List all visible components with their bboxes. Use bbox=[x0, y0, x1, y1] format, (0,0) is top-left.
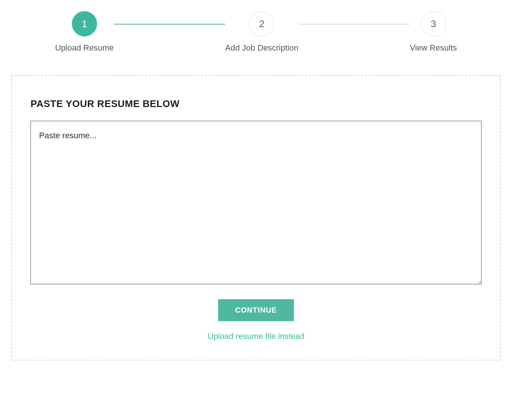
step-circle-2: 2 bbox=[249, 11, 274, 36]
step-label-3: View Results bbox=[410, 43, 457, 53]
stepper: 1 Upload Resume 2 Add Job Description 3 … bbox=[55, 7, 457, 53]
step-upload-resume[interactable]: 1 Upload Resume bbox=[55, 11, 114, 53]
continue-button[interactable]: CONTINUE bbox=[218, 299, 294, 321]
step-circle-1: 1 bbox=[72, 11, 97, 36]
step-add-job-description[interactable]: 2 Add Job Description bbox=[225, 11, 298, 53]
step-connector-1-2 bbox=[114, 24, 225, 25]
resume-paste-panel: PASTE YOUR RESUME BELOW CONTINUE Upload … bbox=[11, 75, 501, 361]
step-circle-3: 3 bbox=[421, 11, 446, 36]
step-label-2: Add Job Description bbox=[225, 43, 298, 53]
panel-heading: PASTE YOUR RESUME BELOW bbox=[31, 98, 481, 110]
step-label-1: Upload Resume bbox=[55, 43, 114, 53]
panel-actions: CONTINUE Upload resume file instead bbox=[31, 299, 481, 341]
step-view-results[interactable]: 3 View Results bbox=[410, 11, 457, 53]
resume-textarea[interactable] bbox=[31, 121, 481, 284]
step-connector-2-3 bbox=[298, 24, 410, 25]
upload-file-instead-link[interactable]: Upload resume file instead bbox=[208, 332, 304, 341]
